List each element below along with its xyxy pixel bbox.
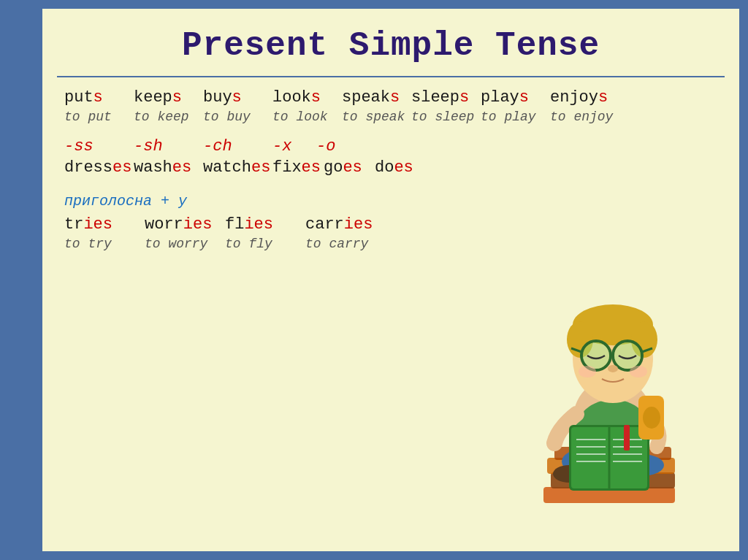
suffix-speaks: s	[390, 88, 400, 107]
word-fixes: fixes	[272, 158, 324, 177]
suffix-enjoys: s	[598, 88, 608, 107]
suffix-sleeps: s	[459, 88, 469, 107]
suffix-keeps: s	[172, 88, 182, 107]
inf-put: to put	[64, 110, 134, 124]
verb-row-1: puts keeps buys looks speaks sleeps play…	[57, 88, 725, 107]
suffix-carries: ies	[344, 215, 373, 234]
inf-keep: to keep	[134, 110, 203, 124]
suffix-does: es	[394, 158, 413, 177]
suffix-ss: -ss	[64, 137, 134, 156]
prigolosna-section: приголосна + y tries worries flies carri…	[57, 193, 725, 251]
word-goes: goes	[324, 158, 375, 177]
boy-illustration	[514, 290, 726, 538]
word-does: does	[375, 158, 426, 177]
suffix-buys: s	[232, 88, 242, 107]
right-border	[739, 0, 748, 560]
suffix-labels-row: -ss -sh -ch -x -o	[64, 137, 725, 156]
word-carries: carries	[305, 215, 386, 234]
suffix-washes: es	[172, 158, 191, 177]
word-flies: flies	[225, 215, 305, 234]
svg-point-34	[579, 366, 596, 377]
word-dresses: dresses	[64, 158, 134, 177]
inf-look: to look	[272, 110, 342, 124]
suffix-dresses: es	[112, 158, 131, 177]
word-watches: watches	[203, 158, 272, 177]
suffix-watches: es	[251, 158, 270, 177]
prigolosna-label: приголосна + y	[64, 193, 725, 210]
inf-try: to try	[64, 237, 145, 251]
svg-point-29	[614, 342, 641, 369]
suffix-x: -x	[272, 137, 316, 156]
svg-point-37	[643, 407, 660, 429]
word-enjoys: enjoys	[550, 88, 619, 107]
suffix-fixes: es	[302, 158, 321, 177]
bottom-border	[0, 551, 748, 560]
suffix-sh: -sh	[134, 137, 203, 156]
ies-inf-row: to try to worry to fly to carry	[64, 237, 725, 251]
suffix-worries: ies	[183, 215, 213, 234]
top-border	[0, 0, 748, 9]
suffix-flies: ies	[244, 215, 273, 234]
svg-point-33	[608, 365, 618, 372]
word-looks: looks	[272, 88, 342, 107]
divider	[57, 76, 725, 77]
inf-buy: to buy	[203, 110, 272, 124]
suffix-ch: -ch	[203, 137, 272, 156]
word-speaks: speaks	[342, 88, 411, 107]
page-container: Present Simple Tense puts keeps buys loo…	[0, 0, 748, 560]
word-buys: buys	[203, 88, 272, 107]
word-tries: tries	[64, 215, 145, 234]
word-sleeps: sleeps	[411, 88, 481, 107]
suffix-goes: es	[343, 158, 362, 177]
inf-play: to play	[481, 110, 550, 124]
suffix-tries: ies	[83, 215, 112, 234]
inf-enjoy: to enjoy	[550, 110, 619, 124]
inf-fly: to fly	[225, 237, 305, 251]
suffix-looks: s	[311, 88, 321, 107]
svg-rect-38	[624, 425, 630, 450]
word-plays: plays	[481, 88, 550, 107]
es-words-row: dresses washes watches fixes goes does	[64, 158, 725, 177]
page-title: Present Simple Tense	[57, 16, 725, 72]
svg-point-35	[630, 366, 647, 377]
svg-point-28	[583, 342, 609, 369]
suffix-section: -ss -sh -ch -x -o dresses washes watches…	[57, 137, 725, 177]
left-border	[0, 0, 42, 560]
word-puts: puts	[64, 88, 134, 107]
inf-carry: to carry	[305, 237, 386, 251]
word-washes: washes	[134, 158, 203, 177]
ies-words-row: tries worries flies carries	[64, 215, 725, 234]
inf-sleep: to sleep	[411, 110, 481, 124]
word-worries: worries	[145, 215, 225, 234]
suffix-plays: s	[519, 88, 529, 107]
inf-worry: to worry	[145, 237, 225, 251]
suffix-puts: s	[94, 88, 103, 107]
inf-row-1: to put to keep to buy to look to speak t…	[57, 110, 725, 124]
inf-speak: to speak	[342, 110, 411, 124]
suffix-o: -o	[316, 137, 360, 156]
word-keeps: keeps	[134, 88, 203, 107]
